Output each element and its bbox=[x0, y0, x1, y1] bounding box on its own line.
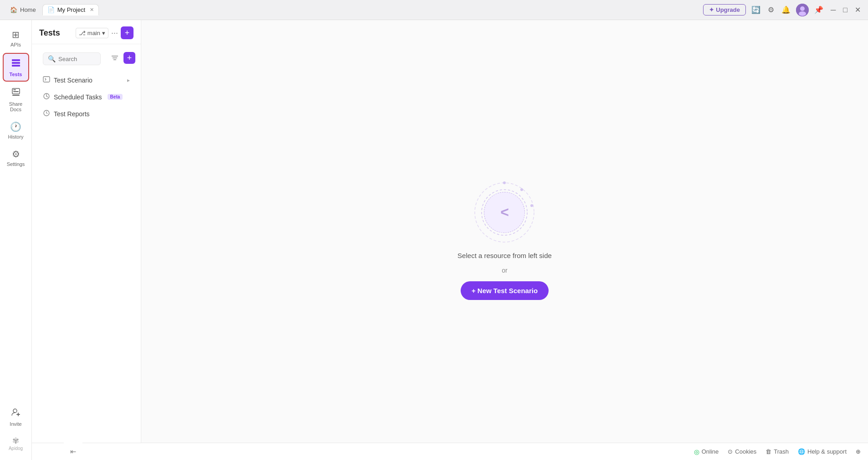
svg-rect-7 bbox=[13, 89, 16, 90]
sidebar-item-share-docs[interactable]: Share Docs bbox=[3, 83, 29, 116]
test-scenario-arrow: ▸ bbox=[127, 77, 130, 83]
footer-trash[interactable]: 🗑 Trash bbox=[765, 448, 789, 455]
new-scenario-label: + New Test Scenario bbox=[472, 287, 538, 295]
svg-point-24 bbox=[520, 188, 523, 191]
project-icon: 📄 bbox=[47, 6, 55, 13]
cookies-label: Cookies bbox=[735, 448, 756, 455]
chevron-left-icon: < bbox=[500, 204, 509, 221]
svg-rect-9 bbox=[12, 95, 20, 96]
collapse-panel-button[interactable]: ⇤ bbox=[64, 443, 82, 460]
help-icon: 🌐 bbox=[798, 448, 805, 455]
filter-button[interactable] bbox=[109, 52, 121, 64]
upgrade-icon: ✦ bbox=[709, 6, 714, 13]
pin-button[interactable]: 📌 bbox=[812, 4, 825, 16]
sidebar-item-settings[interactable]: ⚙ Settings bbox=[3, 145, 29, 171]
top-bar: 🏠 Home 📄 My Project ✕ ✦ Upgrade 🔄 ⚙ 🔔 📌 … bbox=[0, 0, 868, 20]
test-scenario-label: Test Scenario bbox=[54, 77, 92, 84]
chevron-down-icon: ▾ bbox=[102, 30, 105, 36]
svg-point-10 bbox=[13, 409, 17, 413]
extra-settings-icon: ⊕ bbox=[856, 448, 861, 455]
svg-rect-8 bbox=[13, 91, 19, 92]
settings-icon: ⚙ bbox=[12, 149, 20, 160]
test-reports-icon bbox=[43, 109, 50, 118]
icon-sidebar: ⊞ APIs Tests Share Do bbox=[0, 20, 32, 460]
footer-help[interactable]: 🌐 Help & support bbox=[798, 448, 847, 455]
branch-selector[interactable]: ⎇ main ▾ bbox=[76, 28, 108, 38]
search-row: 🔍 + bbox=[32, 44, 141, 72]
svg-point-25 bbox=[530, 204, 533, 207]
sidebar-item-history[interactable]: 🕐 History bbox=[3, 118, 29, 143]
apis-icon: ⊞ bbox=[12, 29, 20, 40]
settings-label: Settings bbox=[7, 161, 25, 167]
nav-item-scheduled-tasks[interactable]: Scheduled Tasks Beta bbox=[36, 89, 137, 105]
svg-line-19 bbox=[46, 96, 48, 97]
home-tab-label: Home bbox=[20, 6, 36, 13]
history-label: History bbox=[8, 134, 23, 140]
cookies-icon: ⊙ bbox=[728, 448, 733, 455]
trash-icon: 🗑 bbox=[765, 448, 771, 455]
avatar[interactable] bbox=[796, 4, 809, 16]
sidebar-item-invite[interactable]: Invite bbox=[3, 403, 29, 430]
empty-state-text: Select a resource from left side bbox=[457, 252, 552, 259]
share-docs-label: Share Docs bbox=[5, 101, 27, 112]
upgrade-label: Upgrade bbox=[716, 6, 740, 13]
quick-add-button[interactable]: + bbox=[123, 52, 135, 64]
inner-circle: < bbox=[484, 192, 525, 233]
new-test-scenario-button[interactable]: + New Test Scenario bbox=[461, 281, 549, 300]
trash-label: Trash bbox=[774, 448, 789, 455]
branch-icon: ⎇ bbox=[79, 30, 86, 36]
brand-name: Apidog bbox=[9, 446, 23, 451]
svg-point-2 bbox=[799, 11, 806, 16]
invite-label: Invite bbox=[10, 421, 21, 427]
main-layout: ⊞ APIs Tests Share Do bbox=[0, 20, 868, 460]
or-text: or bbox=[502, 267, 507, 274]
notifications-button[interactable]: 🔔 bbox=[780, 4, 792, 16]
sidebar-item-tests[interactable]: Tests bbox=[3, 53, 29, 82]
upgrade-button[interactable]: ✦ Upgrade bbox=[703, 4, 746, 16]
svg-rect-3 bbox=[12, 59, 20, 61]
refresh-button[interactable]: 🔄 bbox=[750, 4, 762, 16]
scheduled-tasks-icon bbox=[43, 93, 50, 101]
history-icon: 🕐 bbox=[10, 121, 21, 132]
footer-online[interactable]: ◎ Online bbox=[694, 448, 719, 455]
add-button[interactable]: + bbox=[121, 26, 134, 39]
maximize-button[interactable]: □ bbox=[841, 4, 849, 16]
project-tab-label: My Project bbox=[57, 6, 85, 13]
tab-home[interactable]: 🏠 Home bbox=[5, 5, 41, 15]
tab-close-icon[interactable]: ✕ bbox=[90, 7, 94, 13]
search-container: 🔍 bbox=[43, 52, 101, 65]
empty-state-graphic: < bbox=[473, 181, 536, 244]
home-icon: 🏠 bbox=[10, 6, 17, 13]
empty-state: < Select a resource from left side or + … bbox=[457, 181, 552, 300]
invite-icon bbox=[11, 407, 21, 419]
close-button[interactable]: ✕ bbox=[853, 4, 863, 16]
sidebar-item-apis[interactable]: ⊞ APIs bbox=[3, 26, 29, 51]
nav-item-test-reports[interactable]: Test Reports bbox=[36, 106, 137, 122]
settings-button[interactable]: ⚙ bbox=[766, 4, 776, 16]
online-label: Online bbox=[702, 448, 719, 455]
scheduled-tasks-badge: Beta bbox=[108, 94, 123, 100]
brand-logo: ✾ Apidog bbox=[9, 432, 23, 455]
help-label: Help & support bbox=[807, 448, 847, 455]
test-reports-label: Test Reports bbox=[54, 110, 90, 118]
scheduled-tasks-label: Scheduled Tasks bbox=[54, 93, 102, 101]
nav-item-test-scenario[interactable]: Test Scenario ▸ bbox=[36, 72, 137, 88]
footer-bar: ⇤ ◎ Online ⊙ Cookies 🗑 Trash 🌐 Help & su… bbox=[32, 443, 868, 460]
tab-project[interactable]: 📄 My Project ✕ bbox=[42, 4, 99, 16]
search-input[interactable] bbox=[58, 56, 96, 62]
apis-label: APIs bbox=[10, 42, 21, 47]
share-docs-icon bbox=[11, 87, 21, 99]
footer-cookies[interactable]: ⊙ Cookies bbox=[728, 448, 756, 455]
main-content: < Select a resource from left side or + … bbox=[141, 20, 868, 460]
svg-rect-4 bbox=[12, 62, 20, 64]
footer-extra-settings[interactable]: ⊕ bbox=[856, 448, 861, 455]
left-panel-header: Tests ⎇ main ▾ ··· + bbox=[32, 20, 141, 44]
svg-point-1 bbox=[800, 6, 805, 11]
test-scenario-icon bbox=[43, 76, 50, 84]
top-bar-actions: ✦ Upgrade 🔄 ⚙ 🔔 📌 ─ □ ✕ bbox=[703, 4, 863, 16]
more-options-button[interactable]: ··· bbox=[111, 28, 118, 38]
branch-name: main bbox=[87, 30, 100, 36]
minimize-button[interactable]: ─ bbox=[829, 4, 837, 16]
svg-rect-5 bbox=[12, 65, 20, 67]
search-icon: 🔍 bbox=[48, 55, 56, 62]
